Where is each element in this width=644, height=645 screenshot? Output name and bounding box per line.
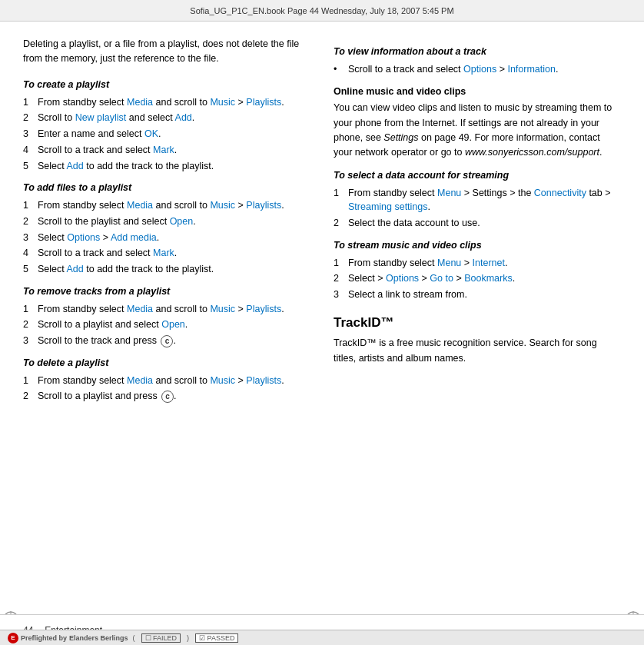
link-internet: Internet — [473, 258, 505, 268]
view-info-section: To view information about a track • Scro… — [334, 45, 621, 77]
online-music-title: Online music and video clips — [334, 85, 621, 99]
page-container: Sofia_UG_P1C_EN.book Page 44 Wednesday, … — [0, 0, 644, 645]
link-music: Music — [210, 375, 235, 386]
step-num: 3 — [23, 334, 34, 348]
link-options2: Options — [386, 273, 419, 284]
list-item: 2Scroll to the playlist and select Open. — [23, 214, 310, 229]
list-item: 5Select Add to add the track to the play… — [23, 159, 310, 174]
online-music-para: You can view video clips and listen to m… — [334, 101, 621, 161]
step-num: 2 — [23, 111, 34, 125]
step-num: 5 — [23, 159, 34, 174]
add-files-steps: 1From standby select Media and scroll to… — [23, 198, 310, 277]
preflight-logo-icon: E — [8, 633, 18, 643]
close-paren: ) — [187, 634, 189, 642]
delete-playlist-section: To delete a playlist 1From standby selec… — [23, 356, 310, 404]
add-files-section: To add files to a playlist 1From standby… — [23, 181, 310, 277]
intro-text: Deleting a playlist, or a file from a pl… — [23, 37, 310, 67]
trackid-para: TrackID™ is a free music recognition ser… — [334, 336, 621, 366]
link-playlists: Playlists — [246, 375, 281, 386]
step-text: From standby select Media and scroll to … — [38, 95, 284, 110]
list-item: 1From standby select Menu > Internet. — [334, 256, 621, 271]
list-item: 3Select Options > Add media. — [23, 231, 310, 245]
list-item: 2Scroll to a playlist and select Open. — [23, 318, 310, 332]
preflight-logo: E Preflighted by Elanders Berlings — [8, 633, 128, 643]
remove-tracks-section: To remove tracks from a playlist 1From s… — [23, 284, 310, 348]
step-text: From standby select Menu > Settings > th… — [348, 186, 621, 215]
link-menu: Menu — [437, 188, 461, 198]
link-ok: OK — [144, 128, 158, 139]
step-num: 1 — [334, 256, 344, 271]
create-playlist-steps: 1From standby select Media and scroll to… — [23, 95, 310, 174]
link-mark2: Mark — [153, 248, 174, 258]
select-data-title: To select a data account for streaming — [334, 168, 621, 183]
list-item: 3Enter a name and select OK. — [23, 127, 310, 141]
step-num: 2 — [23, 389, 34, 404]
list-item: 5Select Add to add the track to the play… — [23, 262, 310, 277]
step-text: Select a link to stream from. — [348, 288, 467, 302]
step-num: 2 — [334, 216, 344, 231]
step-num: 3 — [23, 231, 34, 245]
step-text: Scroll to New playlist and select Add. — [38, 111, 194, 125]
c-button-icon2: c — [161, 391, 174, 403]
add-files-title: To add files to a playlist — [23, 181, 310, 195]
link-playlists: Playlists — [246, 97, 281, 108]
stream-music-title: To stream music and video clips — [334, 238, 621, 253]
list-item: • Scroll to a track and select Options >… — [334, 62, 621, 77]
stream-music-steps: 1From standby select Menu > Internet. 2S… — [334, 256, 621, 302]
list-item: 1From standby select Media and scroll to… — [23, 95, 310, 110]
step-num: 2 — [334, 271, 344, 286]
delete-playlist-title: To delete a playlist — [23, 356, 310, 371]
left-column: Deleting a playlist, or a file from a pl… — [23, 37, 310, 599]
step-text: From standby select Media and scroll to … — [38, 198, 284, 213]
list-item: 3Scroll to the track and press c. — [23, 334, 310, 348]
step-text: From standby select Media and scroll to … — [38, 374, 284, 388]
link-open2: Open — [161, 319, 185, 330]
open-paren: ( — [133, 634, 135, 642]
step-text: Select Add to add the track to the playl… — [38, 262, 214, 277]
url-italic: www.sonyericsson.com/support — [465, 147, 599, 158]
select-data-section: To select a data account for streaming 1… — [334, 168, 621, 231]
link-music: Music — [210, 200, 235, 211]
step-num: 4 — [23, 143, 34, 158]
link-bookmarks: Bookmarks — [464, 273, 513, 284]
step-num: 3 — [334, 288, 344, 302]
link-add3: Add — [67, 264, 84, 274]
step-text: Select Add to add the track to the playl… — [38, 159, 214, 174]
list-item: 1From standby select Menu > Settings > t… — [334, 186, 621, 215]
step-text: Scroll to a playlist and press c. — [38, 389, 177, 404]
list-item: 1From standby select Media and scroll to… — [23, 302, 310, 317]
create-playlist-section: To create a playlist 1From standby selec… — [23, 78, 310, 174]
link-mark: Mark — [153, 145, 174, 155]
step-num: 1 — [23, 198, 34, 213]
link-options: Options — [67, 232, 100, 243]
step-text: Scroll to the playlist and select Open. — [38, 214, 196, 229]
status-passed-badge: ☑ PASSED — [195, 633, 238, 643]
settings-italic: Settings — [383, 132, 418, 143]
list-item: 2Select > Options > Go to > Bookmarks. — [334, 271, 621, 286]
preflight-company: Elanders Berlings — [69, 634, 128, 642]
bullet-symbol: • — [334, 62, 344, 77]
step-text: From standby select Menu > Internet. — [348, 256, 507, 271]
step-text: Select > Options > Go to > Bookmarks. — [348, 271, 515, 286]
view-info-title: To view information about a track — [334, 45, 621, 59]
step-num: 1 — [23, 374, 34, 388]
link-media: Media — [127, 375, 153, 386]
content-area: Deleting a playlist, or a file from a pl… — [0, 22, 644, 614]
status-failed-badge: ☐ FAILED — [141, 633, 181, 643]
link-music: Music — [210, 304, 235, 314]
trackid-section: TrackID™ TrackID™ is a free music recogn… — [334, 313, 621, 366]
link-information: Information — [507, 64, 556, 75]
delete-playlist-steps: 1From standby select Media and scroll to… — [23, 374, 310, 404]
link-add-media: Add media — [111, 232, 157, 243]
link-new-playlist: New playlist — [75, 112, 127, 123]
step-num: 1 — [23, 302, 34, 317]
right-column: To view information about a track • Scro… — [334, 37, 621, 599]
step-text: Scroll to a track and select Mark. — [38, 246, 177, 261]
step-text: Scroll to a track and select Mark. — [38, 143, 177, 158]
header-bar: Sofia_UG_P1C_EN.book Page 44 Wednesday, … — [0, 0, 644, 22]
step-text: Scroll to the track and press c. — [38, 334, 176, 348]
list-item: 3Select a link to stream from. — [334, 288, 621, 302]
link-add2: Add — [67, 161, 84, 171]
preflight-label: Preflighted by — [21, 634, 67, 642]
step-num: 4 — [23, 246, 34, 261]
